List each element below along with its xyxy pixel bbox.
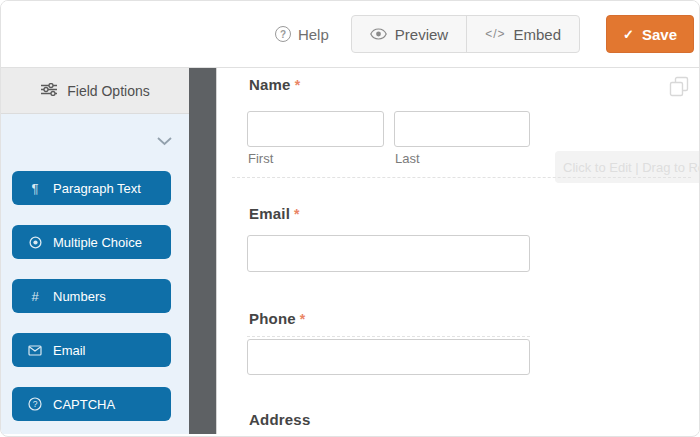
- svg-text:?: ?: [33, 399, 38, 409]
- embed-label: Embed: [514, 26, 562, 43]
- question-circle-icon: ?: [27, 397, 43, 411]
- required-asterisk: *: [295, 77, 301, 93]
- embed-button[interactable]: </> Embed: [466, 16, 579, 52]
- first-sublabel: First: [248, 151, 273, 166]
- required-asterisk: *: [294, 206, 300, 222]
- preview-embed-group: Preview </> Embed: [351, 15, 580, 53]
- phone-input[interactable]: [247, 339, 530, 375]
- email-input[interactable]: [247, 235, 530, 272]
- field-button-captcha[interactable]: ? CAPTCHA: [12, 387, 171, 421]
- field-button-label: CAPTCHA: [53, 397, 115, 412]
- click-to-edit-tooltip: Click to Edit | Drag to Reorder: [555, 151, 700, 183]
- preview-label: Preview: [395, 26, 448, 43]
- code-icon: </>: [485, 27, 505, 41]
- envelope-icon: [27, 345, 43, 356]
- email-field-label: Email*: [249, 205, 300, 222]
- required-asterisk: *: [300, 311, 306, 327]
- duplicate-field-icon[interactable]: [669, 76, 689, 101]
- save-button[interactable]: ✓ Save: [606, 15, 694, 53]
- field-options-title: Field Options: [67, 83, 149, 99]
- field-options-header[interactable]: Field Options: [1, 68, 189, 114]
- preview-button[interactable]: Preview: [352, 16, 466, 52]
- save-label: Save: [642, 26, 677, 43]
- name-first-input[interactable]: [247, 111, 384, 147]
- form-preview-canvas: Name* First Last Click to Edit | Drag to…: [216, 68, 699, 434]
- field-button-numbers[interactable]: # Numbers: [12, 279, 171, 313]
- field-button-label: Paragraph Text: [53, 181, 141, 196]
- name-last-input[interactable]: [394, 111, 530, 147]
- radio-icon: [27, 236, 43, 249]
- field-button-multiple-choice[interactable]: Multiple Choice: [12, 225, 171, 259]
- last-sublabel: Last: [395, 151, 420, 166]
- name-field-label: Name*: [249, 76, 300, 93]
- field-button-label: Email: [53, 343, 86, 358]
- address-field-label: Address: [249, 411, 310, 428]
- field-button-email[interactable]: Email: [12, 333, 171, 367]
- pilcrow-icon: ¶: [27, 181, 43, 196]
- form-builder-window: ? Help Preview </> Embed ✓ Save: [0, 0, 700, 437]
- field-button-label: Multiple Choice: [53, 235, 142, 250]
- field-boundary-dashed: [232, 177, 691, 178]
- sliders-icon: [40, 83, 58, 99]
- fields-sidebar: Field Options ¶ Paragraph Text Multiple …: [1, 68, 189, 434]
- help-button[interactable]: ? Help: [275, 26, 329, 43]
- eye-icon: [370, 26, 387, 43]
- phone-field-label: Phone*: [249, 310, 306, 327]
- collapse-section-button[interactable]: [157, 132, 172, 150]
- help-icon: ?: [275, 26, 291, 42]
- help-label: Help: [298, 26, 329, 43]
- field-boundary-dashed: [247, 336, 530, 337]
- builder-toolbar: ? Help Preview </> Embed ✓ Save: [1, 1, 699, 68]
- field-button-label: Numbers: [53, 289, 106, 304]
- hash-icon: #: [27, 289, 43, 304]
- check-icon: ✓: [623, 27, 634, 42]
- field-button-paragraph-text[interactable]: ¶ Paragraph Text: [12, 171, 171, 205]
- panel-divider: [189, 68, 216, 434]
- field-type-list: ¶ Paragraph Text Multiple Choice # Numbe…: [12, 171, 171, 421]
